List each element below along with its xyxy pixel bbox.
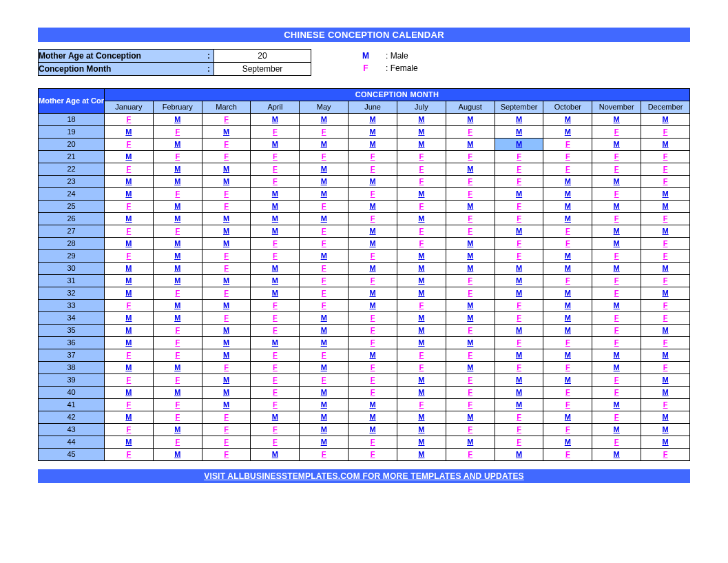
gender-cell: F	[495, 238, 543, 250]
legend: M : Male F : Female	[360, 49, 418, 74]
gender-cell: F	[592, 151, 641, 163]
month-header: August	[446, 101, 495, 114]
gender-cell: M	[349, 399, 397, 411]
gender-cell: M	[446, 362, 495, 374]
gender-cell: M	[105, 151, 154, 163]
gender-cell: M	[300, 399, 349, 411]
gender-cell: F	[592, 250, 641, 263]
gender-cell: M	[300, 114, 349, 126]
age-cell: 19	[39, 126, 105, 139]
legend-f-symbol: F	[360, 63, 372, 73]
gender-cell: M	[251, 449, 300, 461]
month-input[interactable]: September	[214, 63, 311, 76]
gender-cell: M	[153, 176, 202, 188]
gender-cell: M	[495, 287, 543, 300]
gender-cell: M	[641, 287, 690, 300]
gender-cell: F	[446, 275, 495, 287]
month-header: December	[641, 101, 690, 114]
gender-cell: M	[543, 188, 592, 201]
gender-cell: M	[446, 163, 495, 176]
gender-cell: F	[349, 337, 397, 349]
gender-cell: F	[300, 225, 349, 238]
gender-cell: M	[641, 349, 690, 362]
table-row: 26MMMMMFMFFMFF	[39, 213, 690, 225]
gender-cell: F	[349, 188, 397, 201]
gender-cell: F	[495, 201, 543, 213]
month-header: June	[349, 101, 397, 114]
gender-cell: M	[592, 349, 641, 362]
gender-cell: F	[495, 411, 543, 424]
table-row: 42MFFMMMMMFMFM	[39, 411, 690, 424]
gender-cell: M	[105, 312, 154, 325]
gender-cell: M	[397, 374, 446, 387]
gender-cell: M	[641, 374, 690, 387]
gender-cell: F	[153, 374, 202, 387]
gender-cell: M	[300, 312, 349, 325]
legend-m-symbol: M	[360, 51, 372, 61]
gender-cell: M	[349, 114, 397, 126]
gender-cell: M	[543, 287, 592, 300]
gender-cell: F	[300, 238, 349, 250]
gender-cell: M	[202, 387, 251, 399]
gender-cell: M	[349, 411, 397, 424]
gender-cell: F	[153, 399, 202, 411]
table-row: 23MMMFMMFFFMMF	[39, 176, 690, 188]
gender-cell: F	[641, 176, 690, 188]
gender-cell: F	[300, 300, 349, 312]
gender-cell: F	[641, 312, 690, 325]
age-cell: 34	[39, 312, 105, 325]
gender-cell: F	[446, 151, 495, 163]
title-bar: CHINESE CONCEPTION CALENDAR	[38, 28, 690, 42]
conception-month-header: CONCEPTION MONTH	[105, 89, 690, 101]
month-header: January	[105, 101, 154, 114]
gender-cell: M	[397, 287, 446, 300]
gender-cell: F	[300, 349, 349, 362]
gender-cell: M	[641, 139, 690, 151]
gender-cell: F	[251, 349, 300, 362]
gender-cell: M	[105, 362, 154, 374]
table-row: 18FMFMMMMMMMMM	[39, 114, 690, 126]
gender-cell: M	[543, 300, 592, 312]
gender-cell: M	[153, 213, 202, 225]
gender-cell: M	[446, 300, 495, 312]
calendar-head: Mother Age at Conception CONCEPTION MONT…	[39, 89, 690, 114]
gender-cell: M	[251, 263, 300, 275]
calendar-body: 18FMFMMMMMMMMM19MFMFFMMFMMFF20FMFMMMMMMF…	[39, 114, 690, 461]
gender-cell: M	[202, 275, 251, 287]
month-header: March	[202, 101, 251, 114]
gender-cell: F	[592, 374, 641, 387]
gender-cell: F	[251, 387, 300, 399]
age-cell: 33	[39, 300, 105, 312]
age-cell: 26	[39, 213, 105, 225]
gender-cell: M	[495, 225, 543, 238]
gender-cell: F	[105, 201, 154, 213]
gender-cell: M	[495, 387, 543, 399]
gender-cell: F	[251, 362, 300, 374]
gender-cell: F	[202, 411, 251, 424]
footer-link[interactable]: VISIT ALLBUSINESSTEMPLATES.COM FOR MORE …	[38, 469, 690, 483]
gender-cell: F	[446, 424, 495, 436]
age-input[interactable]: 20	[214, 50, 311, 63]
gender-cell: F	[153, 325, 202, 337]
gender-cell: M	[641, 387, 690, 399]
gender-cell: F	[202, 424, 251, 436]
gender-cell: M	[349, 139, 397, 151]
gender-cell: M	[251, 225, 300, 238]
gender-cell: M	[397, 213, 446, 225]
gender-cell: M	[105, 188, 154, 201]
gender-cell: M	[641, 424, 690, 436]
gender-cell: M	[349, 201, 397, 213]
gender-cell: M	[202, 349, 251, 362]
gender-cell: M	[349, 263, 397, 275]
gender-cell: M	[153, 362, 202, 374]
gender-cell: M	[202, 225, 251, 238]
gender-cell: M	[397, 424, 446, 436]
gender-cell: F	[105, 374, 154, 387]
gender-cell: M	[397, 114, 446, 126]
gender-cell: M	[495, 349, 543, 362]
gender-cell: F	[446, 176, 495, 188]
gender-cell: M	[446, 250, 495, 263]
gender-cell: F	[543, 275, 592, 287]
table-row: 29FMFFMFMMFMFF	[39, 250, 690, 263]
gender-cell: M	[446, 238, 495, 250]
